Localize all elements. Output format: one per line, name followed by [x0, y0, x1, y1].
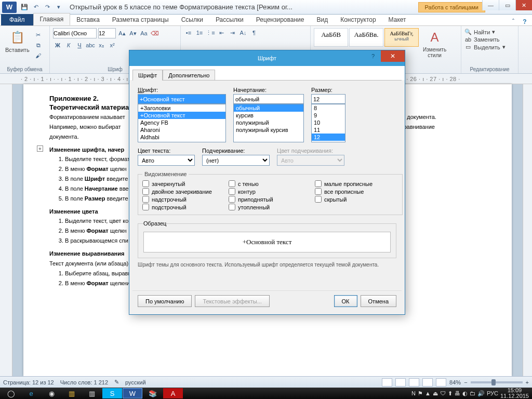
font-size-combo[interactable] [98, 28, 116, 38]
checkbox-shadow[interactable]: с тенью [229, 180, 312, 187]
checkbox-strikethrough[interactable]: зачеркнутый [142, 180, 225, 187]
subscript-icon[interactable]: x₂ [97, 41, 106, 50]
tray-icon[interactable]: 🖶 [455, 390, 460, 396]
save-icon[interactable]: 💾 [20, 3, 29, 12]
list-item[interactable]: курсив [234, 112, 303, 119]
list-item[interactable]: +Заголовки [138, 104, 225, 112]
zoom-slider[interactable] [471, 381, 523, 383]
list-item[interactable]: Agency FB [138, 119, 225, 126]
tab-references[interactable]: Ссылки [175, 14, 209, 25]
tab-view[interactable]: Вид [310, 14, 334, 25]
help-icon[interactable]: ? [521, 18, 529, 25]
sort-icon[interactable]: A↓ [238, 28, 248, 37]
status-wordcount[interactable]: Число слов: 1 212 [60, 379, 108, 385]
list-item[interactable]: полужирный курсив [234, 126, 303, 134]
tab-insert[interactable]: Вставка [70, 14, 106, 25]
strikethrough-icon[interactable]: abc [86, 41, 95, 50]
view-web-icon[interactable] [409, 378, 419, 387]
taskbar-app[interactable]: ◯ [1, 388, 21, 398]
font-list[interactable]: +Заголовки +Основной текст Agency FB Aha… [138, 104, 226, 142]
tab-design[interactable]: Конструктор [334, 14, 382, 25]
list-item[interactable]: полужирный [234, 119, 303, 126]
italic-icon[interactable]: К [64, 41, 73, 50]
taskbar-acrobat-icon[interactable]: A [163, 388, 183, 398]
underline-icon[interactable]: Ч [75, 41, 84, 50]
styles-gallery[interactable]: АаБбВ АаБбВв. АаБбВвГг,ычный [314, 28, 419, 47]
dialog-titlebar[interactable]: Шрифт ? ✕ [129, 50, 405, 66]
cut-icon[interactable]: ✂ [34, 30, 43, 39]
close-button[interactable]: ✕ [515, 0, 532, 10]
tray-icon[interactable]: N [411, 390, 416, 396]
restore-button[interactable]: ▭ [499, 0, 515, 10]
status-page[interactable]: Страница: 12 из 12 [3, 379, 54, 385]
zoom-out-icon[interactable]: − [464, 379, 467, 385]
show-marks-icon[interactable]: ¶ [249, 28, 259, 37]
taskbar-winrar-icon[interactable]: 📚 [143, 388, 163, 398]
tray-icon[interactable]: ◐ [462, 390, 468, 397]
multilevel-icon[interactable]: ⋮≡ [206, 28, 215, 37]
tab-home[interactable]: Главная [33, 13, 71, 25]
qat-dropdown-icon[interactable]: ▾ [54, 3, 63, 12]
ok-button[interactable]: ОК [334, 295, 357, 307]
undo-icon[interactable]: ↶ [31, 3, 41, 12]
set-default-button[interactable]: По умолчанию [138, 295, 192, 307]
find-button[interactable]: 🔍Найти ▾ [464, 28, 515, 36]
tab-page-layout[interactable]: Разметка страницы [106, 14, 175, 25]
vertical-ruler[interactable] [0, 84, 12, 376]
checkbox-superscript[interactable]: надстрочный [142, 196, 225, 203]
font-name-combo[interactable] [53, 28, 97, 38]
change-styles-button[interactable]: A Изменить стили [421, 28, 448, 59]
replace-button[interactable]: abЗаменить [464, 36, 515, 43]
decrease-indent-icon[interactable]: ⇤ [217, 28, 226, 37]
taskbar-skype-icon[interactable]: S [102, 388, 122, 398]
status-language[interactable]: русский [125, 379, 145, 385]
style-item[interactable]: АаБбВ [314, 28, 348, 47]
list-item[interactable]: 11 [312, 126, 345, 134]
font-style-input[interactable] [233, 94, 304, 104]
view-print-layout-icon[interactable] [382, 378, 392, 387]
list-item[interactable]: Aharoni [138, 126, 225, 134]
paste-button[interactable]: 📋 Вставить [3, 28, 32, 60]
tray-clock[interactable]: 15:09 11.12.2015 [500, 388, 529, 399]
view-full-screen-icon[interactable] [395, 378, 406, 387]
vertical-scrollbar[interactable] [523, 84, 532, 376]
tab-mailings[interactable]: Рассылки [209, 14, 250, 25]
taskbar-chrome-icon[interactable]: ◉ [42, 388, 61, 398]
list-item[interactable]: 9 [312, 112, 345, 119]
list-item[interactable]: Aldhabi [138, 134, 225, 141]
taskbar-word-icon[interactable]: W [123, 388, 142, 398]
tray-icon[interactable]: ⬆ [448, 390, 453, 397]
tray-icon[interactable]: 🛡 [440, 390, 446, 396]
checkbox-outline[interactable]: контур [229, 188, 312, 195]
view-draft-icon[interactable] [436, 378, 446, 387]
taskbar-ie-icon[interactable]: e [21, 388, 41, 398]
dialog-help-icon[interactable]: ? [365, 50, 381, 62]
proofing-icon[interactable]: ✎ [114, 379, 119, 385]
outline-plus-icon[interactable]: + [37, 145, 43, 152]
select-button[interactable]: ▭Выделить ▾ [464, 43, 515, 51]
tab-layout[interactable]: Макет [382, 14, 413, 25]
cancel-button[interactable]: Отмена [361, 295, 396, 307]
copy-icon[interactable]: ⧉ [34, 41, 43, 50]
tray-icon[interactable]: ⚑ [418, 390, 423, 397]
size-list[interactable]: 8 9 10 11 12 [311, 104, 345, 142]
bullets-icon[interactable]: •≡ [184, 28, 193, 37]
tray-language[interactable]: РУС [487, 390, 498, 396]
minimize-button[interactable]: — [482, 0, 499, 10]
underline-select[interactable]: (нет) [202, 155, 270, 166]
taskbar-app[interactable]: ▥ [82, 388, 102, 398]
superscript-icon[interactable]: x² [108, 41, 117, 50]
view-outline-icon[interactable] [422, 378, 433, 387]
list-item[interactable]: +Основной текст [138, 112, 225, 119]
font-name-input[interactable] [138, 94, 226, 104]
zoom-in-icon[interactable]: + [526, 379, 529, 385]
tray-volume-icon[interactable]: 🔊 [477, 390, 485, 397]
file-tab[interactable]: Файл [1, 14, 33, 25]
font-color-select[interactable]: Авто [138, 155, 195, 166]
tray-icon[interactable]: 🗀 [470, 390, 475, 396]
style-item-selected[interactable]: АаБбВвГг,ычный [384, 28, 419, 47]
format-painter-icon[interactable]: 🖌 [34, 51, 43, 60]
numbering-icon[interactable]: 1≡ [195, 28, 204, 37]
checkbox-engrave[interactable]: утопленный [229, 204, 312, 210]
table-tools-contextual-tab[interactable]: Работа с таблицами [418, 2, 485, 12]
